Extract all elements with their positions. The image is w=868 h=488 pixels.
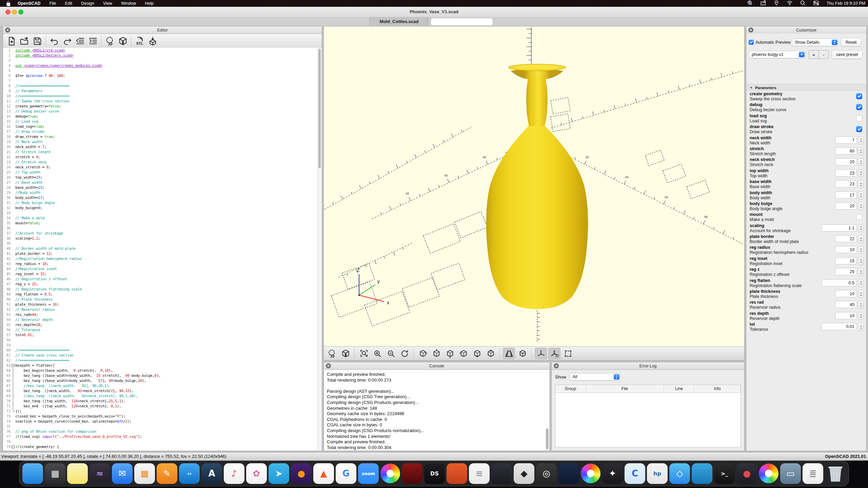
dock-item-balloon-app[interactable]: ●	[736, 463, 757, 484]
code-line[interactable]: 57tol=0.01;	[3, 332, 322, 338]
plate-border-stepper[interactable]	[858, 235, 864, 243]
dock-item-mail[interactable]: ✉	[112, 463, 133, 484]
code-line[interactable]: 64 bez_begin([base_width, 0-stretch], 0,…	[3, 368, 322, 373]
indent-button[interactable]	[86, 35, 99, 47]
code-line[interactable]: 55res_depth=10;	[3, 322, 322, 327]
code-line[interactable]: 40// Border width of mold plate	[3, 246, 322, 251]
tol-stepper[interactable]	[858, 323, 864, 331]
code-line[interactable]: 44//Registration inset	[3, 266, 322, 271]
menu-help[interactable]: Help	[145, 1, 154, 6]
dock-item-music[interactable]: ♪	[224, 463, 244, 484]
code-line[interactable]: 11// Sweep the cross section	[3, 99, 322, 104]
plate-thickness-input[interactable]: 10	[835, 290, 857, 297]
add-preset-button[interactable]: +	[809, 50, 819, 59]
dock-item-firefox[interactable]: ●	[291, 463, 312, 484]
code-line[interactable]: 14debug=true;	[3, 114, 322, 119]
res-depth-stepper[interactable]	[858, 312, 864, 320]
code-line[interactable]: 72]);	[3, 409, 322, 414]
view-back-button[interactable]	[485, 348, 497, 359]
neck-width-input[interactable]: 7	[835, 137, 857, 144]
automatic-preview-checkbox[interactable]	[749, 40, 754, 45]
dock-item-water-app[interactable]	[692, 463, 712, 484]
preview-button[interactable]	[103, 35, 116, 47]
draw-stroke-checkbox[interactable]	[856, 126, 862, 132]
console-close-icon[interactable]: ✕	[326, 363, 331, 368]
error-log-column-group[interactable]: Group	[555, 385, 586, 392]
code-line[interactable]: 79−if(create_geometry) {	[3, 444, 322, 449]
preset-select[interactable]: phoenix bulgy v1 ▼	[749, 51, 806, 58]
code-line[interactable]: 53res_rad=44;	[3, 312, 322, 317]
res-rad-input[interactable]: 40	[835, 301, 857, 308]
menu-view[interactable]: View	[103, 1, 112, 6]
code-line[interactable]: 46// Registration z offeset	[3, 277, 322, 282]
dock-item-red-app[interactable]	[402, 463, 422, 484]
reset-view-button[interactable]	[398, 348, 411, 359]
code-line[interactable]: 17// Draw stroke	[3, 129, 322, 134]
code-line[interactable]: 5	[3, 68, 322, 73]
plate-thickness-stepper[interactable]	[858, 290, 864, 298]
dock-item-paint-app[interactable]	[581, 464, 600, 483]
code-line[interactable]: 39	[3, 241, 322, 246]
code-area[interactable]: 1include <BOSL2/std.scad>2include <BOSL2…	[3, 48, 322, 451]
apple-menu-icon[interactable]	[5, 1, 10, 6]
reset-button[interactable]: Reset	[841, 38, 861, 46]
code-line[interactable]: 34// Make a mold	[3, 216, 322, 221]
menu-edit[interactable]: Edit	[65, 1, 73, 6]
perspective-button[interactable]	[503, 348, 515, 359]
code-line[interactable]: 18draw_stroke = true;	[3, 134, 322, 139]
error-log-column-info[interactable]: Info	[694, 385, 741, 392]
dock-item-inkscape[interactable]: ◆	[514, 463, 534, 484]
dock-item-dark-app[interactable]: ✦	[602, 463, 623, 484]
tab-mold-cottles[interactable]: Mold_Cottles.scad	[370, 17, 429, 26]
dock-item-compass-app[interactable]: ◇	[669, 463, 690, 484]
tol-input[interactable]: 0.01	[822, 323, 857, 330]
scaling-input[interactable]: 1.1	[822, 224, 857, 231]
code-line[interactable]: 54// Reservoir depth	[3, 317, 322, 322]
code-line[interactable]: 76// png of Rhino xsection for compariso…	[3, 429, 322, 434]
details-select[interactable]: Show Details ▲▼	[792, 39, 839, 46]
code-line[interactable]: 26top_width=23;	[3, 175, 322, 180]
code-line[interactable]: 43reg_radius = 10;	[3, 261, 322, 266]
render-button[interactable]	[339, 348, 352, 359]
code-line[interactable]: 6$fn= $preview ? 48: 180;	[3, 73, 322, 78]
remove-preset-button[interactable]: -	[819, 50, 828, 59]
code-line[interactable]: 68 bez_tang ([neck_width, 92+neck_stretc…	[3, 388, 322, 393]
reg-flatten-input[interactable]: 0.5	[822, 279, 857, 286]
console-scrollbar[interactable]	[546, 382, 549, 449]
zoom-all-button[interactable]	[358, 348, 370, 359]
body-width-input[interactable]: 17	[835, 191, 857, 199]
reg-radius-stepper[interactable]	[858, 246, 864, 254]
dock-item-app-store[interactable]: A	[201, 463, 222, 484]
dock-item-vscode[interactable]: ‹›	[179, 463, 200, 484]
active-tab[interactable]	[431, 18, 493, 26]
code-line[interactable]: 3	[3, 58, 322, 63]
zoom-out-button[interactable]	[385, 348, 397, 359]
save-file-button[interactable]	[31, 35, 44, 47]
console-output[interactable]: Compile and preview finished.Total rende…	[324, 370, 549, 450]
code-line[interactable]: 51plate_thickness = 10;	[3, 302, 322, 307]
reg-flatten-stepper[interactable]	[858, 279, 864, 287]
menu-window[interactable]: Window	[121, 1, 136, 6]
render-button[interactable]	[116, 35, 129, 47]
code-line[interactable]: 21// Stretch length	[3, 149, 322, 155]
mount-checkbox[interactable]	[856, 214, 862, 220]
code-line[interactable]: 37//Account for shrinkage	[3, 231, 322, 236]
code-line[interactable]: 22stretch = 0;	[3, 155, 322, 160]
save-preset-button[interactable]: save preset	[832, 50, 862, 59]
menu-openscad[interactable]: OpenSCAD	[18, 1, 40, 6]
code-line[interactable]: 1include <BOSL2/std.scad>	[3, 48, 322, 53]
menu-file[interactable]: File	[49, 1, 56, 6]
code-line[interactable]: 9// Parameters	[3, 88, 322, 94]
show-axes-button[interactable]	[535, 348, 547, 359]
view-top-button[interactable]	[430, 348, 442, 359]
code-line[interactable]: 2include <BOSL2/beziers.scad>	[3, 53, 322, 58]
menu-clock[interactable]: Thu Feb 19 9:10 PM	[827, 1, 865, 6]
wifi-icon[interactable]	[787, 0, 793, 7]
dock-item-audio-app[interactable]: ≈	[90, 463, 110, 484]
base-width-input[interactable]: 23	[835, 180, 857, 187]
dock-item-obs[interactable]: ◎	[536, 463, 557, 484]
neck-stretch-input[interactable]: 20	[835, 158, 857, 165]
print-3d-button[interactable]	[146, 35, 159, 47]
preview-button[interactable]	[326, 348, 338, 359]
dock-item-zoom[interactable]: zoom	[358, 463, 379, 484]
